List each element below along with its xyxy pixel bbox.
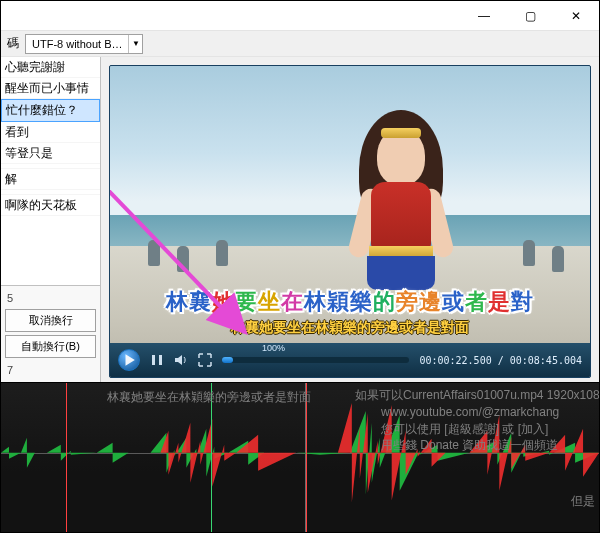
video-player[interactable]: 林襄她要坐在林穎樂的旁邊或者是對 林襄她要坐在林穎樂的旁邊或者是對面 100% xyxy=(109,65,591,378)
play-icon xyxy=(122,353,136,367)
subtitle-line-main: 林襄她要坐在林穎樂的旁邊或者是對 xyxy=(120,287,580,317)
list-item[interactable]: 心聽完謝謝 xyxy=(1,57,100,78)
pause-icon[interactable] xyxy=(150,353,164,367)
encoding-label: 碼 xyxy=(7,35,19,52)
minimize-icon: — xyxy=(478,9,490,23)
svg-rect-1 xyxy=(159,355,162,365)
wave-donate-overlay: 用些錢 Donate 資助我這一個頻道 xyxy=(381,437,558,454)
app-window: — ▢ ✕ 碼 UTF-8 without B… ▼ 心聽完謝謝 醒坐而已小事情… xyxy=(0,0,600,533)
player-panel: 林襄她要坐在林穎樂的旁邊或者是對 林襄她要坐在林穎樂的旁邊或者是對面 100% xyxy=(101,57,599,382)
seg-start-marker[interactable] xyxy=(66,383,67,532)
titlebar: — ▢ ✕ xyxy=(1,1,599,31)
wave-subtitle-overlay: 林襄她要坐在林穎樂的旁邊或者是對面 xyxy=(107,389,311,406)
subtitle-line-secondary: 林襄她要坐在林穎樂的旁邊或者是對面 xyxy=(120,319,580,337)
progress-bar[interactable]: 100% xyxy=(222,357,409,363)
encoding-combobox[interactable]: UTF-8 without B… ▼ xyxy=(25,34,143,54)
wrap-controls: 5 取消換行 自動換行(B) 7 xyxy=(1,285,100,382)
progress-annotation: 100% xyxy=(262,343,285,353)
maximize-button[interactable]: ▢ xyxy=(507,1,553,30)
list-item[interactable]: 等登只是 xyxy=(1,143,100,164)
player-controls: 100% 00:00:22.500 / 00:08:45.004 xyxy=(110,343,590,377)
wave-thanks-overlay: 您可以使用 [超級感謝] 或 [加入] xyxy=(381,421,548,438)
minimize-button[interactable]: — xyxy=(461,1,507,30)
chevron-down-icon: ▼ xyxy=(128,35,142,53)
close-button[interactable]: ✕ xyxy=(553,1,599,30)
maximize-icon: ▢ xyxy=(525,9,536,23)
list-item[interactable]: 啊隊的天花板 xyxy=(1,195,100,216)
encoding-value: UTF-8 without B… xyxy=(26,38,128,50)
wave-youtube-overlay: www.youtube.com/@zmarkchang xyxy=(381,405,559,419)
wrap-count: 5 xyxy=(5,290,96,306)
timecode: 00:00:22.500 / 00:08:45.004 xyxy=(419,355,582,366)
volume-icon[interactable] xyxy=(174,353,188,367)
toolbar: 碼 UTF-8 without B… ▼ xyxy=(1,31,599,57)
wave-right-overlay: 但是 xyxy=(571,493,595,510)
cancel-wrap-button[interactable]: 取消換行 xyxy=(5,309,96,332)
list-item[interactable]: 忙什麼錯位？ xyxy=(1,99,100,121)
main-row: 心聽完謝謝 醒坐而已小事情 忙什麼錯位？ 看到 等登只是 解 啊隊的天花板 5 … xyxy=(1,57,599,382)
svg-rect-0 xyxy=(152,355,155,365)
close-icon: ✕ xyxy=(571,9,581,23)
list-item[interactable]: 看到 xyxy=(1,122,100,143)
progress-fill xyxy=(222,357,233,363)
wrap-count-2: 7 xyxy=(5,362,96,378)
auto-wrap-button[interactable]: 自動換行(B) xyxy=(5,335,96,358)
list-item[interactable]: 醒坐而已小事情 xyxy=(1,78,100,99)
subtitle-list[interactable]: 心聽完謝謝 醒坐而已小事情 忙什麼錯位？ 看到 等登只是 解 啊隊的天花板 xyxy=(1,57,100,285)
play-button[interactable] xyxy=(118,349,140,371)
subtitle-overlay: 林襄她要坐在林穎樂的旁邊或者是對 林襄她要坐在林穎樂的旁邊或者是對面 xyxy=(110,287,590,337)
subtitle-sidebar: 心聽完謝謝 醒坐而已小事情 忙什麼錯位？ 看到 等登只是 解 啊隊的天花板 5 … xyxy=(1,57,101,382)
fullscreen-icon[interactable] xyxy=(198,353,212,367)
wave-info-overlay: 如果可以CurrentAffairs01007u.mp4 1920x1080 M… xyxy=(355,387,599,404)
waveform-timeline[interactable]: 林襄她要坐在林穎樂的旁邊或者是對面 如果可以CurrentAffairs0100… xyxy=(1,382,599,532)
list-item[interactable]: 解 xyxy=(1,169,100,190)
